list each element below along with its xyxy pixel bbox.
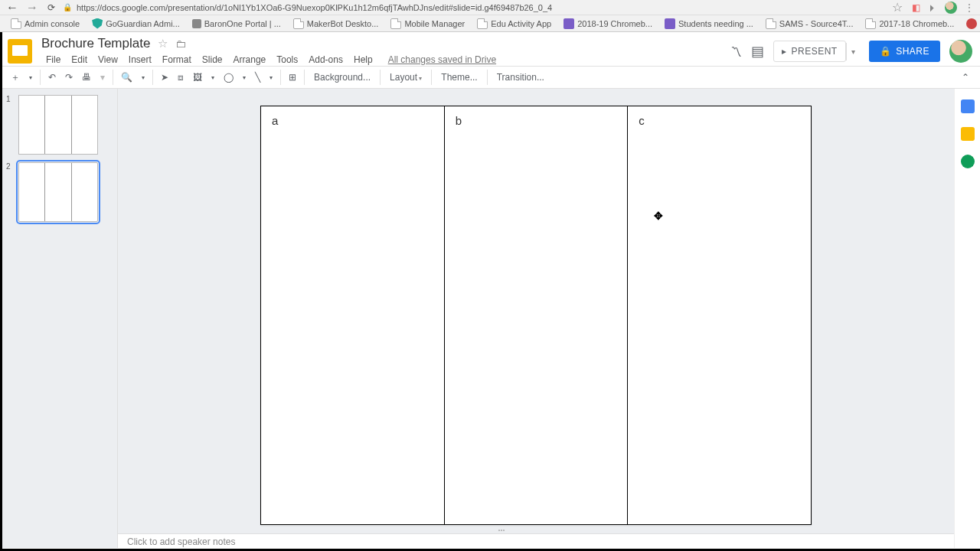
select-tool[interactable]: ➤ — [156, 69, 173, 86]
bookmark-item[interactable]: 2018-19 Chromeb... — [559, 18, 657, 29]
filmstrip: 1 2 — [0, 89, 118, 548]
menu-help[interactable]: Help — [349, 53, 377, 67]
slide-thumbnail[interactable] — [18, 95, 98, 155]
menu-addons[interactable]: Add-ons — [304, 53, 348, 67]
shape-dropdown[interactable]: ▾ — [238, 71, 250, 84]
bookmark-item[interactable]: Students needing ... — [660, 18, 758, 29]
bookmark-item[interactable]: Admin console — [6, 18, 84, 29]
extension-icon[interactable]: ◧ — [912, 2, 920, 13]
extension-icon[interactable]: ⏵ — [928, 2, 937, 13]
bookmarks-bar: Admin console GoGuardian Admi... BaronOn… — [0, 15, 980, 32]
save-status[interactable]: All changes saved in Drive — [387, 53, 498, 67]
print-button[interactable]: 🖶 — [77, 69, 96, 86]
menu-file[interactable]: File — [41, 53, 65, 67]
account-avatar[interactable] — [949, 40, 972, 63]
forward-icon: → — [26, 1, 38, 15]
window-border — [0, 32, 2, 549]
redo-button[interactable]: ↷ — [60, 69, 77, 86]
lock-icon: 🔒 — [63, 3, 72, 11]
slide-panel-c[interactable]: c — [628, 106, 811, 524]
image-tool[interactable]: 🖼 — [188, 69, 207, 86]
slide-panel-b[interactable]: b — [445, 106, 629, 524]
slides-logo-icon[interactable] — [8, 39, 32, 64]
back-icon[interactable]: ← — [6, 1, 18, 15]
menu-bar: File Edit View Insert Format Slide Arran… — [41, 53, 730, 67]
layout-button[interactable]: Layout — [384, 69, 428, 86]
new-slide-dropdown[interactable]: ▾ — [24, 71, 37, 84]
bookmark-star-icon[interactable]: ☆ — [892, 0, 903, 15]
textbox-tool[interactable]: ⧈ — [173, 69, 188, 86]
background-button[interactable]: Background... — [308, 69, 377, 86]
menu-format[interactable]: Format — [158, 53, 196, 67]
shape-tool[interactable]: ◯ — [219, 69, 238, 86]
menu-slide[interactable]: Slide — [198, 53, 227, 67]
url-input[interactable]: 🔒 https://docs.google.com/presentation/d… — [63, 3, 884, 12]
bookmark-item[interactable]: BaronOne Portal | ... — [188, 19, 286, 28]
app-header: Brochure Template ☆ 🗀 File Edit View Ins… — [0, 32, 980, 66]
menu-edit[interactable]: Edit — [67, 53, 92, 67]
thumb-number: 1 — [6, 95, 14, 155]
bookmark-item[interactable]: Mobile Manager — [386, 18, 469, 29]
document-title[interactable]: Brochure Template — [41, 36, 150, 51]
menu-view[interactable]: View — [93, 53, 122, 67]
activity-icon[interactable]: 〽 — [730, 45, 742, 58]
menu-insert[interactable]: Insert — [124, 53, 156, 67]
paint-format-button[interactable]: ▾ — [96, 69, 109, 86]
present-play-icon: ▸ — [782, 46, 787, 57]
star-icon[interactable]: ☆ — [158, 37, 168, 51]
present-dropdown[interactable]: ▾ — [846, 43, 860, 60]
calendar-icon[interactable] — [961, 99, 975, 113]
present-button[interactable]: ▸ PRESENT — [773, 41, 846, 62]
side-panel — [954, 89, 980, 548]
reload-icon[interactable]: ⟳ — [47, 2, 55, 13]
bookmark-item[interactable]: Edu Activity App — [472, 18, 556, 29]
toolbar: ＋ ▾ ↶ ↷ 🖶 ▾ 🔍 ▾ ➤ ⧈ 🖼 ▾ ◯ ▾ ╲ ▾ ⊞ Backgr… — [0, 66, 980, 89]
canvas[interactable]: a b c ✥ — [118, 89, 954, 548]
transition-button[interactable]: Transition... — [491, 69, 550, 86]
share-button[interactable]: 🔒 SHARE — [869, 41, 940, 62]
image-dropdown[interactable]: ▾ — [207, 71, 219, 84]
comment-button[interactable]: ⊞ — [284, 69, 301, 86]
bookmark-item[interactable]: MakerBot Deskto... — [289, 18, 384, 29]
slide-thumbnail-active[interactable] — [18, 162, 98, 222]
chrome-menu-icon[interactable]: ⋮ — [965, 2, 974, 13]
url-text: https://docs.google.com/presentation/d/1… — [77, 3, 552, 12]
menu-tools[interactable]: Tools — [272, 53, 302, 67]
browser-address-bar: ← → ⟳ 🔒 https://docs.google.com/presenta… — [0, 0, 980, 15]
profile-avatar[interactable] — [945, 2, 957, 14]
slide[interactable]: a b c — [260, 106, 812, 525]
collapse-toolbar-icon[interactable]: ⌃ — [957, 69, 974, 86]
line-dropdown[interactable]: ▾ — [265, 71, 277, 84]
slide-panel-a[interactable]: a — [261, 106, 445, 524]
keep-icon[interactable] — [961, 127, 975, 141]
zoom-button[interactable]: 🔍 — [116, 69, 137, 86]
speaker-notes[interactable]: Click to add speaker notes — [118, 533, 954, 549]
line-tool[interactable]: ╲ — [250, 69, 265, 86]
bookmark-item[interactable]: GoGuardian Admi... — [87, 18, 185, 29]
notes-resize-handle[interactable] — [490, 530, 513, 533]
bookmark-item[interactable]: eCampus: Home — [962, 18, 980, 29]
new-slide-button[interactable]: ＋ — [6, 68, 24, 87]
theme-button[interactable]: Theme... — [435, 69, 483, 86]
menu-arrange[interactable]: Arrange — [229, 53, 271, 67]
zoom-dropdown[interactable]: ▾ — [137, 71, 149, 84]
comments-icon[interactable]: ▤ — [751, 43, 764, 60]
thumb-number: 2 — [6, 162, 14, 222]
lock-icon: 🔒 — [880, 46, 892, 57]
tasks-icon[interactable] — [961, 155, 975, 168]
move-cursor-icon: ✥ — [654, 210, 663, 222]
bookmark-item[interactable]: SAMS - Source4T... — [761, 18, 858, 29]
main-area: 1 2 a b c ✥ — [0, 89, 980, 548]
move-folder-icon[interactable]: 🗀 — [175, 37, 186, 50]
bookmark-item[interactable]: 2017-18 Chromeb... — [861, 18, 959, 29]
undo-button[interactable]: ↶ — [44, 69, 60, 86]
